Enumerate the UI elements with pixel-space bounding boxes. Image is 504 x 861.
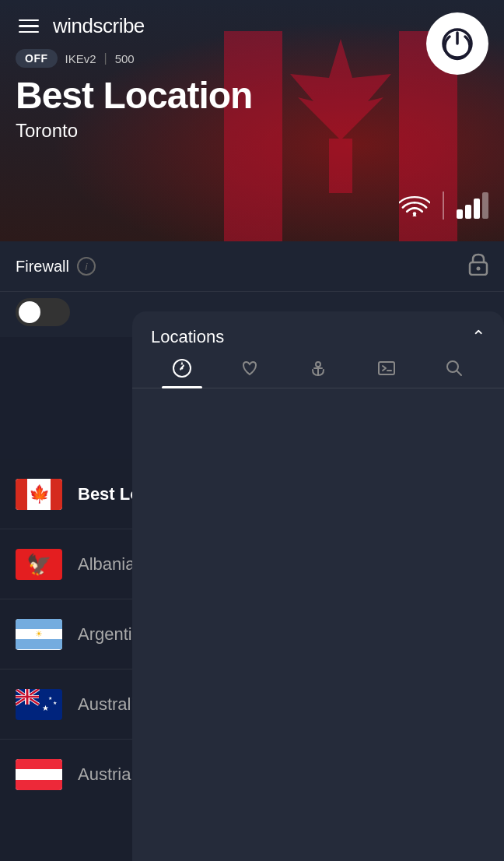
firewall-info-icon[interactable]: i	[77, 257, 96, 276]
svg-text:★: ★	[53, 701, 57, 705]
svg-point-6	[477, 267, 481, 271]
firewall-label: Firewall	[16, 258, 69, 276]
signal-row	[399, 192, 488, 220]
collapse-locations-button[interactable]: ⌃	[471, 327, 485, 347]
svg-rect-2	[329, 139, 352, 193]
firewall-left: Firewall i	[16, 257, 96, 276]
status-bar: OFF IKEv2 | 500	[0, 38, 504, 68]
firewall-toggle[interactable]	[16, 298, 70, 326]
wifi-icon	[399, 192, 430, 220]
header: windscribe OFF IKEv2 | 500 Best Location…	[0, 0, 504, 241]
firewall-section: Firewall i	[0, 241, 504, 292]
location-name: Best Location	[16, 76, 488, 117]
status-separator: |	[104, 51, 107, 65]
svg-text:★: ★	[48, 696, 52, 701]
top-bar: windscribe	[0, 0, 504, 38]
flag-australia: ★ ★ ★	[16, 689, 62, 720]
protocol-label: IKEv2	[65, 52, 96, 65]
signal-divider	[443, 192, 444, 220]
menu-button[interactable]	[16, 16, 42, 37]
locations-panel: Locations ⌃	[132, 311, 504, 861]
location-info: Best Location Toronto	[0, 68, 504, 142]
flag-canada: 🍁	[16, 479, 62, 510]
search-icon	[444, 358, 464, 378]
signal-bars	[457, 192, 488, 219]
anchor-icon	[308, 358, 328, 378]
svg-point-4	[413, 212, 416, 215]
heart-icon	[240, 358, 260, 378]
svg-text:★: ★	[42, 704, 49, 712]
toggle-knob	[19, 301, 40, 323]
tab-favorites[interactable]	[216, 358, 285, 388]
svg-point-8	[180, 367, 183, 370]
data-label: 500	[115, 52, 135, 65]
app-logo: windscribe	[53, 14, 145, 38]
flag-argentina: ☀	[16, 619, 62, 650]
locations-header: Locations ⌃	[132, 311, 504, 347]
lock-icon[interactable]	[468, 252, 488, 280]
connection-status: OFF	[16, 49, 58, 68]
locations-title: Locations	[151, 327, 224, 347]
tab-bar	[132, 347, 504, 388]
tab-configure[interactable]	[352, 358, 421, 388]
flag-albania: 🦅	[16, 549, 62, 580]
tab-search[interactable]	[420, 358, 488, 388]
tab-compass[interactable]	[148, 358, 216, 388]
location-city: Toronto	[16, 120, 488, 142]
svg-line-15	[457, 371, 461, 375]
compass-icon	[172, 358, 192, 378]
terminal-icon	[376, 358, 397, 378]
flag-austria	[16, 759, 62, 790]
tab-static[interactable]	[284, 358, 352, 388]
